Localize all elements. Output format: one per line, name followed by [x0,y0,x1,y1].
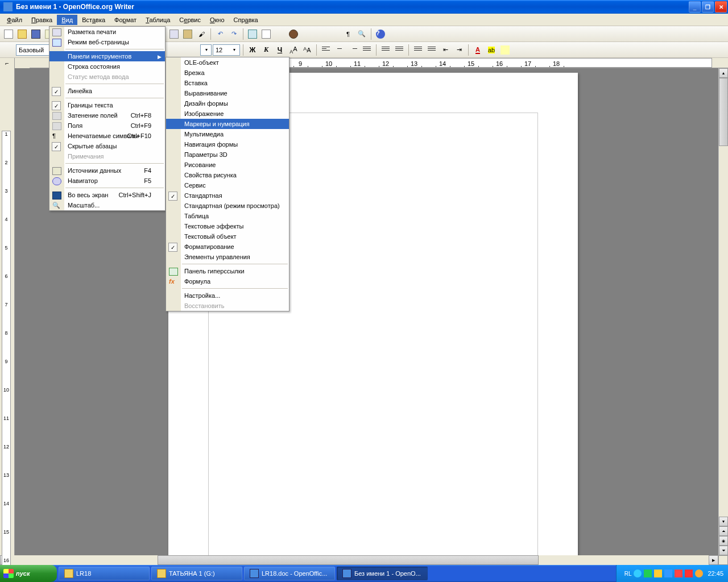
scroll-up-button[interactable]: ▲ [719,68,728,78]
zoom-button[interactable]: 🔍 [355,28,368,40]
copy-button[interactable] [168,28,180,40]
font-size-dropdown[interactable]: 12 ▾ [213,44,240,56]
bold-button[interactable]: Ж [246,44,259,56]
vertical-scrollbar[interactable]: ▲ ▼ ⏶ ◉ ⏷ [718,68,728,555]
hyperlink-button[interactable] [246,28,259,40]
menu-tools[interactable]: Сервис [175,15,205,25]
menu-nonprinting[interactable]: ¶Непечатаемые символыCtrl+F10 [49,131,165,141]
submenu-bullets[interactable]: Маркеры и нумерация [166,119,289,129]
align-center-button[interactable] [333,44,346,56]
superscript-button[interactable]: AA [287,44,300,56]
styles-button[interactable] [2,44,15,56]
minimize-button[interactable]: _ [689,1,701,13]
menu-window[interactable]: Окно [205,15,229,25]
gallery-button[interactable] [315,28,327,40]
tab-stop-button[interactable]: ⌐ [0,58,15,68]
nav-select-button[interactable]: ◉ [719,536,728,546]
submenu-frame[interactable]: Врезка [166,68,289,78]
tray-icon[interactable] [664,569,672,577]
bullets-button[interactable] [425,44,438,56]
redo-button[interactable]: ↷ [228,28,240,40]
datasources-button[interactable] [328,28,341,40]
underline-button[interactable]: Ч [274,44,286,56]
submenu-ole[interactable]: OLE-объект [166,57,289,68]
taskbar-item[interactable]: LR18 [59,567,150,580]
navigator-button[interactable] [301,28,313,40]
submenu-text-effects[interactable]: Текстовые эффекты [166,221,289,231]
submenu-formatting[interactable]: ✓Форматирование [166,242,289,252]
nonprinting-button[interactable]: ¶ [342,28,354,40]
menu-table[interactable]: Таблица [141,15,175,25]
prev-page-button[interactable]: ⏶ [719,526,728,536]
horizontal-scrollbar[interactable]: ◀ ▶ [0,555,728,565]
menu-print-layout[interactable]: Разметка печати [49,27,165,37]
menu-web-layout[interactable]: Режим веб-страницы [49,37,165,47]
table-button[interactable] [260,28,272,40]
numbering-button[interactable] [412,44,424,56]
font-name-dropdown[interactable]: ▾ [200,44,212,56]
align-justify-button[interactable] [361,44,373,56]
tray-icon[interactable] [675,569,682,577]
format-paint-button[interactable]: 🖌 [195,28,208,40]
show-draw-button[interactable] [274,28,286,40]
menu-navigator[interactable]: НавигаторF5 [49,176,165,186]
submenu-insert[interactable]: Вставка [166,78,289,88]
menu-toolbars[interactable]: Панели инструментов▶ [49,51,165,61]
scroll-down-button[interactable]: ▼ [719,517,728,526]
menu-file[interactable]: Файл [2,15,27,25]
subscript-button[interactable]: AA [301,44,313,56]
scroll-right-button[interactable]: ▶ [709,555,718,565]
submenu-form-design[interactable]: Дизайн формы [166,98,289,109]
tray-icon[interactable] [644,569,652,577]
hscroll-thumb[interactable] [158,555,539,565]
submenu-form-nav[interactable]: Навигация формы [166,139,289,149]
start-button[interactable]: пуск [0,565,57,582]
undo-button[interactable]: ↶ [214,28,226,40]
submenu-text-object[interactable]: Текстовый объект [166,231,289,242]
rtl-button[interactable] [393,44,406,56]
paste-button[interactable] [181,28,194,40]
menu-ruler[interactable]: ✓Линейка [49,86,165,96]
tray-icon[interactable] [685,569,693,577]
submenu-image[interactable]: Изображение [166,109,289,119]
increase-indent-button[interactable]: ⇥ [453,44,465,56]
submenu-tools[interactable]: Сервис [166,180,289,190]
next-page-button[interactable]: ⏷ [719,546,728,555]
submenu-pic-props[interactable]: Свойства рисунка [166,170,289,180]
help-button[interactable]: ? [374,28,387,40]
language-indicator[interactable]: RL [624,571,632,577]
align-right-button[interactable] [347,44,359,56]
menu-field-shading[interactable]: Затенение полейCtrl+F8 [49,110,165,120]
align-left-button[interactable] [320,44,332,56]
menu-hidden-paragraphs[interactable]: ✓Скрытые абзацы [49,141,165,151]
submenu-customize[interactable]: Настройка... [166,290,289,301]
scroll-thumb[interactable] [719,78,728,146]
taskbar-item[interactable]: Без имени 1 - OpenO... [337,567,428,580]
tray-icon[interactable] [654,569,662,577]
submenu-media[interactable]: Мультимедиа [166,129,289,139]
menu-format[interactable]: Формат [110,15,141,25]
highlight-button[interactable]: ab [485,44,498,56]
menu-fields[interactable]: ПоляCtrl+F9 [49,120,165,131]
find-button[interactable] [287,28,300,40]
submenu-standard[interactable]: ✓Стандартная [166,190,289,201]
bgcolor-button[interactable] [499,44,511,56]
new-doc-button[interactable] [2,28,15,40]
clock[interactable]: 22:45 [708,570,723,577]
close-button[interactable]: ✕ [715,1,727,13]
menu-status-bar[interactable]: Строка состояния [49,61,165,72]
submenu-controls[interactable]: Элементы управления [166,252,289,262]
submenu-table[interactable]: Таблица [166,211,289,221]
menu-insert[interactable]: Вставка [77,15,110,25]
submenu-drawing[interactable]: Рисование [166,160,289,170]
taskbar-item[interactable]: LR18.doc - OpenOffic... [244,567,335,580]
open-button[interactable] [16,28,28,40]
menu-data-sources[interactable]: Источники данныхF4 [49,165,165,176]
submenu-formula[interactable]: fxФормула [166,276,289,286]
submenu-3d[interactable]: Параметры 3D [166,149,289,160]
save-button[interactable] [30,28,42,40]
menu-help[interactable]: Справка [229,15,263,25]
menu-text-boundaries[interactable]: ✓Границы текста [49,100,165,110]
menu-zoom[interactable]: 🔍Масштаб... [49,200,165,210]
menu-edit[interactable]: Правка [27,15,57,25]
